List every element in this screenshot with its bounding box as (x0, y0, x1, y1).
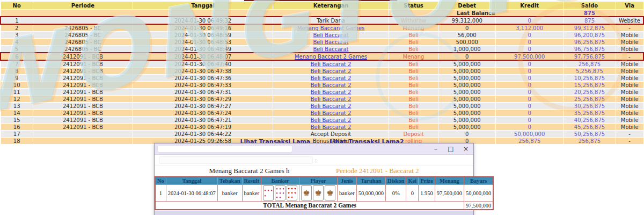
keterangan-link[interactable]: Beli Baccarat 2 (311, 68, 352, 74)
detail-column-header: Banker (261, 177, 299, 185)
cell-tanggal: 2024-01-30 06:47:31 (133, 89, 273, 96)
column-header: No (1, 2, 33, 10)
detail-total-row: TOTAL Menang Baccarat 2 Games 97,500,000 (155, 202, 493, 210)
cell-kredit: 0 (496, 75, 564, 82)
cell-keterangan: Tarik Dana (273, 17, 389, 24)
cell-no: 7 (1, 60, 33, 68)
keterangan-link[interactable]: Beli Baccarat 2 (311, 103, 352, 109)
detail-column-header: Taruhan (356, 177, 385, 185)
table-row: 12024-01-30 06:49:32Tarik DanaWithdraw99… (1, 17, 643, 24)
cell-periode (33, 17, 133, 24)
cell-debet: 5,000,000 (438, 89, 496, 96)
column-header: Status (389, 2, 438, 10)
detail-cell-bayars: 50,000,000 (464, 185, 494, 202)
detail-cell-taruhan: 50,000,000 (356, 185, 385, 202)
keterangan-link[interactable]: Beli Baccarat 2 (311, 110, 352, 116)
cell-periode: 2426805 - BC (33, 39, 133, 46)
cell-debet: 500,000 (438, 39, 496, 46)
keterangan-link[interactable]: Beli Baccarat 2 (311, 61, 352, 67)
detail-cell-no: 1 (155, 185, 166, 202)
cell-periode: 2412091 - BCB (33, 60, 133, 68)
cell-tanggal: 2024-01-30 06:47:21 (133, 117, 273, 124)
table-row: 112412091 - BCB2024-01-30 06:47:31Beli B… (1, 89, 643, 96)
popup-title-suffix: Periode 2412091 - Baccarat 2 (336, 167, 419, 175)
cell-saldo: 35,256,875 (564, 110, 616, 117)
cell-saldo: 96,200,875 (564, 32, 616, 39)
detail-column-header: Jenis (338, 177, 357, 185)
table-row: 132412091 - BCB2024-01-30 06:47:27Beli B… (1, 103, 643, 110)
cell-via: Mobile (616, 75, 643, 82)
last-balance-value: 875 (564, 10, 616, 17)
keterangan-link[interactable]: Beli Baccarat 2 (311, 89, 352, 95)
minimize-button[interactable]: – (428, 144, 443, 154)
cell-no: 8 (1, 68, 33, 75)
playing-card: ♚ (301, 185, 312, 200)
cell-status: Withdraw (389, 17, 438, 24)
cell-kredit: 0 (496, 110, 564, 117)
cell-via: Mobile (616, 96, 643, 103)
keterangan-link[interactable]: Beli Baccarat 2 (311, 75, 352, 81)
cell-tanggal: 2024-01-30 06:47:38 (133, 68, 273, 75)
detail-cell-kei: 0 (406, 185, 419, 202)
detail-cell-tanggal: 2024-01-30 06:48:07 (166, 185, 217, 202)
blurred-window-title (158, 146, 292, 152)
detail-column-header: Prize (419, 177, 435, 185)
cell-saldo: 256,875 (564, 60, 616, 68)
keterangan-link[interactable]: Beli Baccarat (313, 39, 349, 45)
keterangan-link[interactable]: Menang Baccarat Games (297, 25, 365, 31)
cell-kredit: 0 (496, 32, 564, 39)
detail-cell-banker-cards: ♦♦♦♦♦♦♦♦♦♦♦♦♥♥♥♥♥♥♥♥ (261, 185, 299, 202)
last-balance-spacer (1, 10, 389, 17)
cell-no: 2 (1, 24, 33, 32)
column-header: Kredit (496, 2, 564, 10)
keterangan-link[interactable]: Beli Baccarat 2 (311, 96, 352, 102)
detail-cell-result: banker (242, 185, 261, 202)
cell-keterangan: Menang Baccarat 2 Games (273, 53, 389, 60)
cell-periode: 2412091 - BCB (33, 117, 133, 124)
cell-keterangan: Beli Baccarat 2 (273, 96, 389, 103)
cell-via: Mobile (616, 46, 643, 53)
cell-no: 4 (1, 39, 33, 46)
cell-debet: 99,312,000 (438, 17, 496, 24)
cell-kredit: 0 (496, 60, 564, 68)
cell-debet: 0 (438, 131, 496, 138)
blurred-address (159, 156, 313, 164)
cell-status: Beli (389, 46, 438, 53)
detail-column-header: No (155, 177, 166, 185)
close-button[interactable]: × (458, 144, 473, 154)
cell-via: Mobile (616, 82, 643, 89)
table-row: 72412091 - BCB2024-01-30 06:47:40Beli Ba… (1, 60, 643, 68)
playing-card: ♚ (313, 185, 324, 200)
maximize-button[interactable]: □ (443, 144, 458, 154)
keterangan-link[interactable]: Beli Baccarat 2 (311, 117, 352, 123)
cell-saldo: 96,256,875 (564, 39, 616, 46)
cell-debet: 5,000,000 (438, 103, 496, 110)
cell-kredit: 0 (496, 96, 564, 103)
table-row: 42426805 - BC2024-01-30 06:48:53Beli Bac… (1, 39, 643, 46)
detail-column-header: Player (299, 177, 338, 185)
cell-status: Deposit (389, 131, 438, 138)
keterangan-link[interactable]: Beli Baccarat 2 (311, 82, 352, 88)
cell-kredit: 0 (496, 46, 564, 53)
detail-header-row: NoTanggalTebakanResultBankerPlayerJenisT… (155, 177, 493, 185)
playing-card: ♚ (325, 185, 335, 200)
cell-debet: 5,000,000 (438, 96, 496, 103)
keterangan-link[interactable]: Beli Baccarat 2 (311, 124, 352, 130)
cell-saldo: 97,756,875 (564, 53, 616, 60)
cell-tanggal: 2024-01-30 06:49:16 (133, 24, 273, 32)
keterangan-link[interactable]: Menang Baccarat 2 Games (295, 54, 367, 60)
window-controls: – □ × (428, 144, 473, 154)
column-header: Via (616, 2, 643, 10)
popup-titlebar: – □ × (155, 144, 473, 155)
cell-status: Menang (389, 24, 438, 32)
cell-kredit: 97,500,000 (496, 53, 564, 60)
keterangan-link[interactable]: Beli Baccarat (313, 46, 349, 52)
total-label: TOTAL Menang Baccarat 2 Games (155, 202, 464, 210)
cell-saldo: 30,256,875 (564, 103, 616, 110)
cell-saldo: 15,256,875 (564, 82, 616, 89)
cell-debet: 5,000,000 (438, 68, 496, 75)
cell-via: Website (616, 17, 643, 24)
cell-debet: 5,000,000 (438, 75, 496, 82)
cell-saldo: 40,256,875 (564, 117, 616, 124)
keterangan-link[interactable]: Beli Baccarat (313, 32, 349, 38)
